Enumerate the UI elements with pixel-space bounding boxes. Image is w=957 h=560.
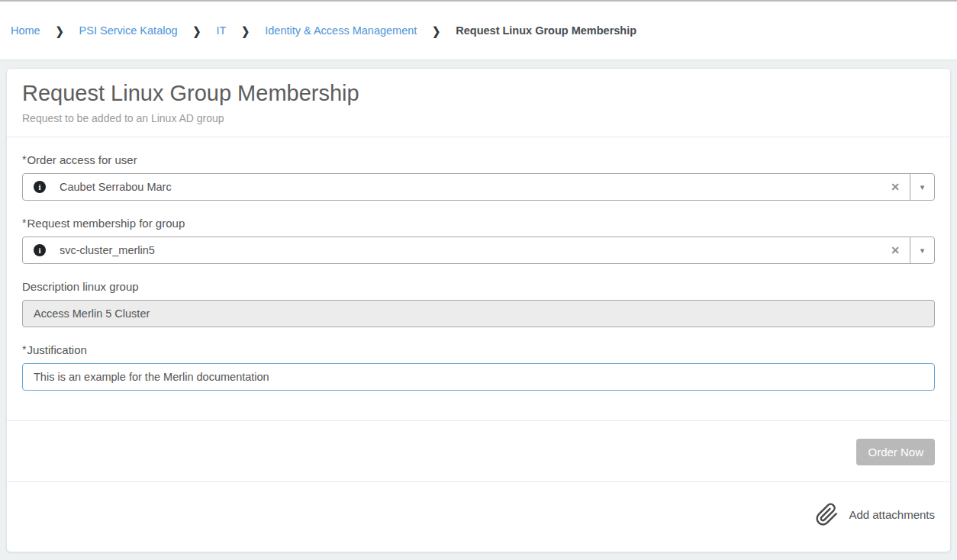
page-subtitle: Request to be added to an Linux AD group	[22, 112, 935, 124]
breadcrumb-link-psi-service-katalog[interactable]: PSI Service Katalog	[79, 24, 178, 37]
user-select-value[interactable]: Caubet Serrabou Marc	[60, 181, 881, 193]
field-group-description: Description linux group Access Merlin 5 …	[22, 280, 935, 327]
clear-icon[interactable]: ✕	[881, 181, 910, 193]
chevron-right-icon: ❯	[432, 24, 440, 37]
breadcrumb-link-home[interactable]: Home	[11, 24, 40, 37]
paperclip-icon[interactable]	[815, 503, 839, 526]
justification-input[interactable]	[22, 363, 935, 391]
breadcrumb-link-it[interactable]: IT	[216, 24, 226, 37]
breadcrumb-current-page: Request Linux Group Membership	[456, 24, 636, 37]
dropdown-caret-icon[interactable]: ▾	[910, 237, 934, 263]
clear-icon[interactable]: ✕	[881, 244, 910, 256]
card-header: Request Linux Group Membership Request t…	[7, 69, 950, 137]
required-asterisk: *	[22, 217, 26, 229]
user-reference-select[interactable]: i Caubet Serrabou Marc ✕ ▾	[22, 173, 935, 201]
description-value: Access Merlin 5 Cluster	[34, 307, 150, 320]
field-group-user: *Order access for user i Caubet Serrabou…	[22, 153, 935, 201]
page-title: Request Linux Group Membership	[22, 79, 935, 107]
dropdown-caret-icon[interactable]: ▾	[910, 174, 934, 200]
required-asterisk: *	[22, 153, 26, 166]
catalog-item-card: Request Linux Group Membership Request t…	[6, 68, 951, 552]
request-form: *Order access for user i Caubet Serrabou…	[7, 153, 950, 420]
chevron-right-icon: ❯	[56, 24, 64, 37]
info-circle-icon[interactable]: i	[34, 244, 46, 256]
order-now-button[interactable]: Order Now	[856, 439, 935, 465]
field-label-description: Description linux group	[22, 280, 935, 293]
description-readonly-field: Access Merlin 5 Cluster	[22, 300, 935, 327]
chevron-right-icon: ❯	[241, 24, 250, 37]
add-attachments-link[interactable]: Add attachments	[849, 508, 935, 521]
field-group-justification: *Justification	[22, 343, 935, 391]
attachments-row: Add attachments	[7, 481, 950, 552]
page-background: Request Linux Group Membership Request t…	[0, 60, 957, 560]
info-circle-icon[interactable]: i	[34, 181, 46, 193]
required-asterisk: *	[22, 343, 26, 356]
order-button-row: Order Now	[7, 420, 950, 481]
group-select-value[interactable]: svc-cluster_merlin5	[60, 244, 881, 256]
field-label-group: *Request membership for group	[22, 217, 935, 230]
group-reference-select[interactable]: i svc-cluster_merlin5 ✕ ▾	[22, 237, 935, 264]
field-group-group: *Request membership for group i svc-clus…	[22, 217, 935, 264]
breadcrumb: Home ❯ PSI Service Katalog ❯ IT ❯ Identi…	[0, 2, 957, 60]
breadcrumb-link-identity-access-management[interactable]: Identity & Access Management	[265, 24, 417, 37]
chevron-right-icon: ❯	[193, 24, 201, 37]
field-label-user: *Order access for user	[22, 153, 935, 166]
field-label-justification: *Justification	[22, 343, 935, 356]
